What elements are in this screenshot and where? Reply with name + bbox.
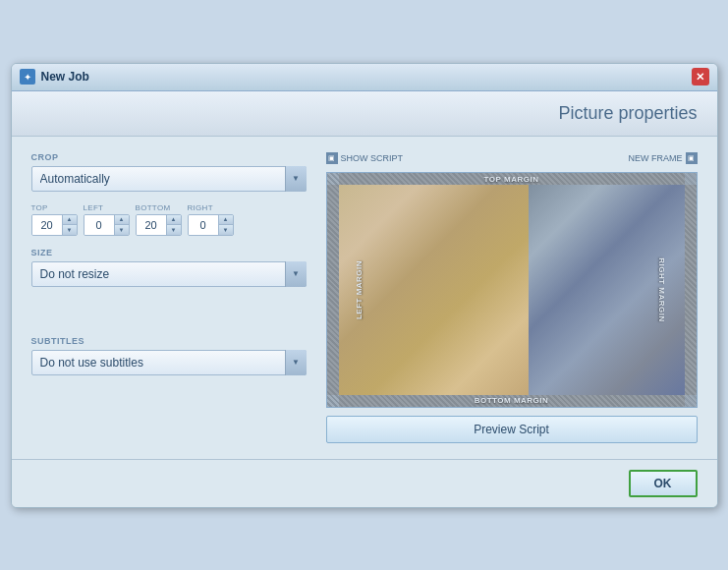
crop-top-spinner: ▲ ▼ xyxy=(31,214,78,236)
right-margin-stripe xyxy=(685,173,697,407)
bottom-bar: OK xyxy=(12,459,717,507)
subtitles-label: SUBTITLES xyxy=(31,336,307,346)
left-margin-label: LEFT MARGIN xyxy=(354,259,363,318)
crop-bottom-field: BOTTOM ▲ ▼ xyxy=(136,203,182,236)
show-script-label: SHOW SCRIPT xyxy=(341,153,404,163)
right-panel: ▣ SHOW SCRIPT NEW FRAME ▣ TOP MARGI xyxy=(326,152,698,443)
new-frame-label: NEW FRAME xyxy=(629,153,683,163)
crop-right-spinner: ▲ ▼ xyxy=(188,214,234,236)
crop-left-spinner: ▲ ▼ xyxy=(84,214,130,236)
title-bar-left: ✦ New Job xyxy=(20,69,89,85)
crop-bottom-label: BOTTOM xyxy=(136,203,182,212)
size-dropdown-container: Do not resize ▼ xyxy=(31,261,307,287)
page-title-bar: Picture properties xyxy=(12,91,717,137)
crop-left-field: LEFT ▲ ▼ xyxy=(84,203,130,236)
crop-top-field: TOP ▲ ▼ xyxy=(31,203,78,236)
title-bar: ✦ New Job ✕ xyxy=(12,64,717,91)
crop-bottom-input[interactable] xyxy=(137,215,166,235)
crop-right-spinner-buttons: ▲ ▼ xyxy=(218,215,233,235)
preview-header: ▣ SHOW SCRIPT NEW FRAME ▣ xyxy=(326,152,698,164)
crop-label: CROP xyxy=(31,152,307,162)
crop-top-input[interactable] xyxy=(32,215,62,235)
main-window: ✦ New Job ✕ Picture properties CROP Auto… xyxy=(11,63,718,508)
window-title: New Job xyxy=(41,70,89,84)
new-frame-icon: ▣ xyxy=(686,152,698,164)
crop-bottom-spinner: ▲ ▼ xyxy=(136,214,182,236)
crop-left-decrement[interactable]: ▼ xyxy=(115,225,129,235)
main-content: CROP Automatically ▼ TOP ▲ xyxy=(12,137,717,459)
crop-left-input[interactable] xyxy=(84,215,114,235)
crop-top-label: TOP xyxy=(31,203,78,212)
show-script-icon: ▣ xyxy=(326,152,338,164)
crop-right-input[interactable] xyxy=(189,215,218,235)
page-title: Picture properties xyxy=(558,103,697,123)
new-frame-button[interactable]: NEW FRAME ▣ xyxy=(629,152,698,164)
subtitles-dropdown-container: Do not use subtitles ▼ xyxy=(31,350,307,375)
crop-right-field: RIGHT ▲ ▼ xyxy=(188,203,234,236)
image-left xyxy=(339,185,530,395)
crop-top-spinner-buttons: ▲ ▼ xyxy=(62,215,77,235)
close-button[interactable]: ✕ xyxy=(692,68,709,86)
subtitles-dropdown[interactable]: Do not use subtitles xyxy=(31,350,307,375)
crop-dropdown[interactable]: Automatically xyxy=(31,166,307,192)
crop-dropdown-container: Automatically ▼ xyxy=(31,166,307,192)
image-content xyxy=(339,185,685,395)
right-margin-label: RIGHT MARGIN xyxy=(657,257,666,322)
image-preview: TOP MARGIN BOTTOM MARGIN LEFT MARGIN RIG… xyxy=(326,172,698,408)
crop-top-increment[interactable]: ▲ xyxy=(63,215,77,225)
preview-script-button[interactable]: Preview Script xyxy=(326,416,698,443)
crop-bottom-spinner-buttons: ▲ ▼ xyxy=(166,215,181,235)
crop-top-decrement[interactable]: ▼ xyxy=(63,225,77,235)
show-script-button[interactable]: ▣ SHOW SCRIPT xyxy=(326,152,404,164)
crop-left-label: LEFT xyxy=(84,203,130,212)
size-label: SIZE xyxy=(31,248,307,257)
window-icon: ✦ xyxy=(20,69,35,85)
crop-values: TOP ▲ ▼ LEFT xyxy=(31,203,307,236)
ok-button[interactable]: OK xyxy=(629,470,698,497)
size-section: SIZE Do not resize ▼ xyxy=(31,248,307,287)
size-dropdown[interactable]: Do not resize xyxy=(31,261,307,287)
crop-left-increment[interactable]: ▲ xyxy=(115,215,129,225)
crop-right-label: RIGHT xyxy=(188,203,234,212)
crop-bottom-increment[interactable]: ▲ xyxy=(167,215,181,225)
bottom-margin-label: BOTTOM MARGIN xyxy=(475,396,549,405)
crop-right-decrement[interactable]: ▼ xyxy=(219,225,233,235)
crop-bottom-decrement[interactable]: ▼ xyxy=(167,225,181,235)
crop-section: CROP Automatically ▼ TOP ▲ xyxy=(31,152,307,236)
crop-left-spinner-buttons: ▲ ▼ xyxy=(114,215,129,235)
left-panel: CROP Automatically ▼ TOP ▲ xyxy=(31,152,307,443)
left-margin-stripe xyxy=(327,173,339,407)
top-margin-label: TOP MARGIN xyxy=(484,175,539,184)
subtitles-section: SUBTITLES Do not use subtitles ▼ xyxy=(31,336,307,375)
crop-right-increment[interactable]: ▲ xyxy=(219,215,233,225)
